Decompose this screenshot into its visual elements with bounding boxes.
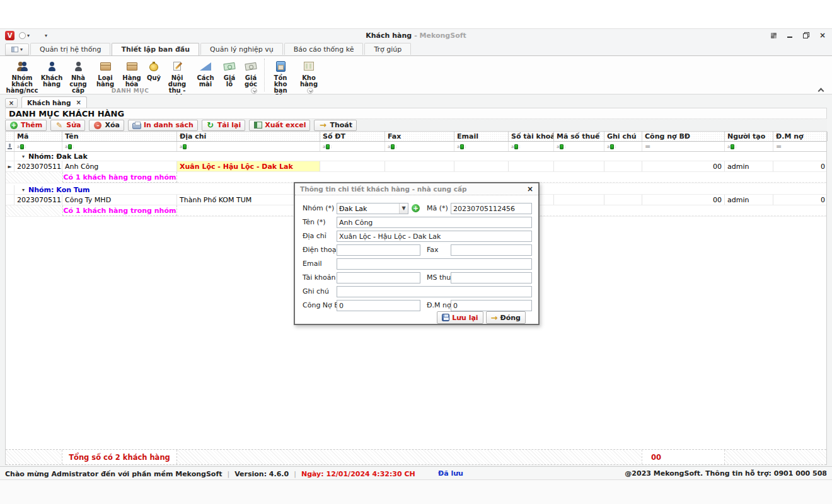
ribbon-tab-quan-tri-he-thong[interactable]: Quản trị hệ thống	[30, 43, 110, 55]
ribbon-item-kho-hang[interactable]: Kho hàng	[294, 57, 323, 89]
chevron-down-icon: ▾	[20, 46, 23, 53]
close-button[interactable]: ×	[818, 31, 827, 40]
add-button[interactable]: Thêm	[5, 120, 47, 131]
tabstrip-close-button[interactable]: ×	[5, 98, 18, 108]
column-header-dm-no[interactable]: Đ.M nợ	[773, 132, 828, 141]
save-button[interactable]: Lưu lại	[437, 311, 483, 324]
export-excel-button[interactable]: Xuất excel	[249, 120, 310, 131]
add-group-button[interactable]: +	[412, 204, 420, 212]
ribbon-item-gia-lo[interactable]: Giá lỗ	[219, 57, 240, 89]
column-header-so-tai-khoan[interactable]: Số tài khoản	[509, 132, 554, 141]
column-header-so-dt[interactable]: Số ĐT	[320, 132, 385, 141]
table-row[interactable]: ► 2023070511... Anh Công Xuân Lộc - Hậu …	[6, 161, 826, 172]
ribbon-item-hang-hoa[interactable]: Hàng hóa	[118, 57, 145, 89]
group-row-dak-lak[interactable]: ▾Nhóm: Đak Lak	[6, 152, 826, 161]
code-field[interactable]	[451, 203, 532, 214]
collapse-triangle-icon[interactable]: ▾	[22, 154, 25, 159]
filter-cell-ten[interactable]	[62, 142, 177, 151]
column-header-cong-no-bd[interactable]: Công nợ BĐ	[642, 132, 725, 141]
ribbon-item-loai-hang[interactable]: Loại hàng	[92, 57, 118, 89]
ribbon-body: Nhóm khách hàng/ncc Khách hàng Nhà cung …	[0, 55, 832, 94]
account-field[interactable]	[337, 272, 420, 284]
supplier-icon	[74, 59, 83, 74]
opening-debt-field[interactable]	[337, 300, 420, 311]
ribbon-tab-tro-giup[interactable]: Trợ giúp	[364, 43, 411, 55]
phone-field[interactable]	[337, 244, 420, 256]
exit-arrow-icon: →	[318, 121, 327, 130]
column-header-ten[interactable]: Tên	[62, 132, 177, 141]
dialog-titlebar: Thông tin chi tiết khách hàng - nhà cung…	[295, 183, 538, 195]
ribbon-group-dialog-button[interactable]	[307, 88, 313, 94]
name-field[interactable]	[337, 217, 532, 228]
autofilter-icon	[388, 144, 397, 149]
email-field[interactable]	[337, 258, 532, 270]
filter-cell-dm-no[interactable]: =	[773, 142, 828, 151]
reload-button[interactable]: ↻Tải lại	[202, 120, 246, 131]
ribbon-tab-quan-ly-nghiep-vu[interactable]: Quản lý nghiệp vụ	[200, 43, 283, 55]
group-label: Nhóm: Kon Tum	[28, 186, 90, 194]
filter-cell-so-dt[interactable]	[320, 142, 385, 151]
filter-pin-icon	[7, 143, 13, 150]
bottom-strip	[0, 480, 832, 504]
group-select[interactable]: Đak Lak ▼	[337, 203, 408, 214]
column-header-dia-chi[interactable]: Địa chỉ	[177, 132, 320, 141]
print-list-button[interactable]: In danh sách	[128, 120, 198, 131]
ribbon-collapse-button[interactable]	[817, 86, 826, 94]
cell-cong-no-bd: 00	[642, 161, 725, 171]
exit-button[interactable]: →Thoát	[314, 120, 357, 131]
app-screen: V ▾ ▾ Khách hàng- MekongSoft × ▾ Quản tr…	[0, 0, 832, 504]
filter-cell-nguoi-tao[interactable]	[725, 142, 773, 151]
filter-cell-ma[interactable]	[14, 142, 62, 151]
app-menu-button[interactable]: ▾	[5, 43, 29, 55]
dialog-close-button[interactable]: →Đóng	[486, 311, 526, 324]
dialog-close-icon[interactable]: ×	[527, 185, 533, 193]
delete-button[interactable]: Xóa	[89, 120, 124, 131]
printer-icon	[132, 121, 141, 130]
window-title-doc: Khách hàng	[366, 32, 412, 40]
column-header-ghi-chu[interactable]: Ghi chú	[604, 132, 642, 141]
style-chooser-button[interactable]	[769, 31, 778, 40]
cell-dm-no: 0	[773, 161, 828, 171]
cell-ten: Anh Công	[62, 161, 177, 171]
opening-stock-icon	[276, 59, 286, 74]
note-field[interactable]	[337, 286, 532, 297]
customer-detail-dialog: Thông tin chi tiết khách hàng - nhà cung…	[294, 182, 540, 325]
column-header-email[interactable]: Email	[454, 132, 509, 141]
grid-total-cong-no-bd: 00	[642, 450, 725, 464]
price-icon	[224, 59, 235, 74]
column-header-fax[interactable]: Fax	[385, 132, 454, 141]
dialog-title: Thông tin chi tiết khách hàng - nhà cung…	[300, 185, 527, 193]
filter-cell-so-tai-khoan[interactable]	[509, 142, 554, 151]
phone-field-label: Điện thoại	[303, 246, 338, 254]
cell-cong-no-bd: 00	[642, 195, 725, 205]
filter-cell-cong-no-bd[interactable]: =	[642, 142, 725, 151]
tab-close-icon[interactable]: ×	[76, 99, 81, 106]
column-header-ma[interactable]: Mã	[14, 132, 62, 141]
column-header-nguoi-tao[interactable]: Người tạo	[725, 132, 773, 141]
ribbon-item-khach-hang[interactable]: Khách hàng	[39, 57, 64, 89]
filter-pin-cell[interactable]	[6, 142, 14, 151]
group-label: Nhóm: Đak Lak	[28, 152, 88, 161]
fax-field[interactable]	[451, 244, 532, 256]
column-header-ma-so-thue[interactable]: Mã số thuế	[554, 132, 604, 141]
tax-code-field[interactable]	[451, 272, 532, 284]
filter-cell-email[interactable]	[454, 142, 509, 151]
ribbon-tab-bao-cao-thong-ke[interactable]: Báo cáo thống kê	[284, 43, 364, 55]
filter-cell-fax[interactable]	[385, 142, 454, 151]
ribbon-tab-thiet-lap-ban-dau[interactable]: Thiết lập ban đầu	[112, 43, 199, 55]
ribbon-item-quy[interactable]: Quỹ	[145, 57, 163, 83]
debt-limit-field[interactable]	[451, 300, 532, 311]
tab-khach-hang[interactable]: Khách hàng ×	[21, 96, 87, 108]
ribbon-item-gia-goc[interactable]: Giá góc	[240, 57, 262, 89]
collapse-triangle-icon[interactable]: ▾	[22, 187, 25, 193]
filter-cell-dia-chi[interactable]	[177, 142, 320, 151]
autofilter-icon	[727, 144, 737, 149]
minimize-button[interactable]	[785, 31, 794, 40]
address-field[interactable]	[337, 231, 532, 242]
ribbon-group-dialog-button[interactable]	[251, 88, 257, 94]
edit-button[interactable]: ✎Sửa	[50, 120, 85, 131]
filter-cell-ma-so-thue[interactable]	[554, 142, 604, 151]
filter-cell-ghi-chu[interactable]	[604, 142, 642, 151]
ribbon-item-cach-mai[interactable]: Cách mài	[192, 57, 219, 89]
restore-button[interactable]	[802, 31, 811, 40]
